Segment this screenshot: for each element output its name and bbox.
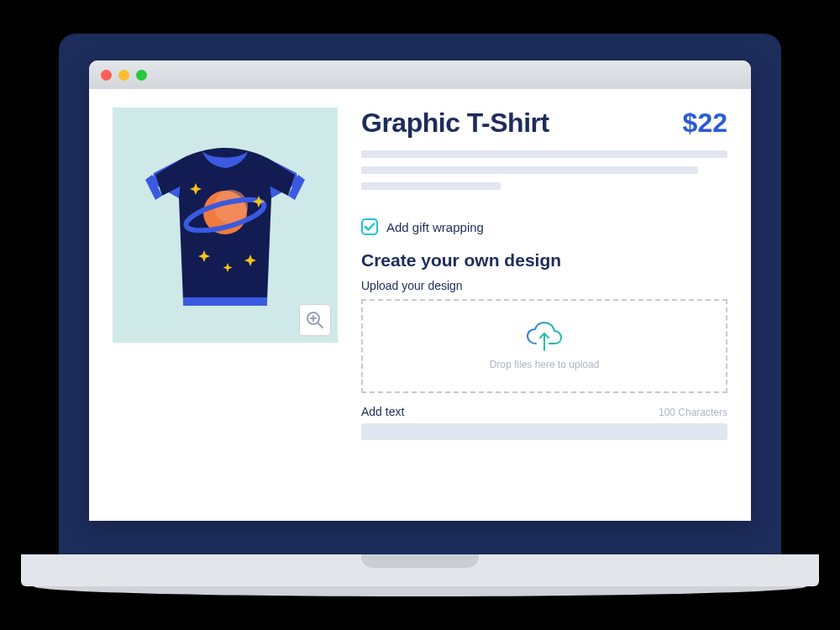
zoom-button[interactable] (299, 304, 331, 336)
svg-line-5 (318, 323, 323, 328)
custom-text-input[interactable] (361, 423, 727, 440)
window-titlebar (89, 60, 751, 89)
desc-line (361, 150, 727, 158)
char-limit-hint: 100 Characters (659, 407, 727, 418)
product-details: Graphic T-Shirt $22 (361, 108, 727, 502)
drop-hint: Drop files here to upload (490, 359, 600, 370)
title-row: Graphic T-Shirt $22 (361, 108, 727, 139)
product-image-panel (113, 108, 338, 343)
maximize-icon[interactable] (136, 70, 147, 81)
product-price: $22 (683, 108, 727, 139)
cloud-upload-icon (524, 322, 564, 354)
description-placeholder (361, 150, 727, 198)
add-text-label: Add text (361, 405, 404, 418)
desc-line (361, 166, 698, 174)
laptop-frame: Graphic T-Shirt $22 (59, 34, 781, 605)
gift-wrap-label: Add gift wrapping (386, 220, 484, 234)
upload-label: Upload your design (361, 279, 727, 292)
custom-design-heading: Create your own design (361, 250, 727, 270)
close-icon[interactable] (101, 70, 112, 81)
laptop-screen: Graphic T-Shirt $22 (59, 34, 781, 554)
check-icon (364, 221, 375, 233)
browser-window: Graphic T-Shirt $22 (89, 60, 751, 521)
laptop-base (59, 554, 781, 605)
gift-wrap-checkbox[interactable] (361, 218, 378, 235)
upload-dropzone[interactable]: Drop files here to upload (361, 299, 727, 393)
svg-rect-0 (183, 297, 267, 306)
gift-wrap-option[interactable]: Add gift wrapping (361, 218, 727, 235)
minimize-icon[interactable] (118, 70, 129, 81)
product-page: Graphic T-Shirt $22 (89, 89, 751, 521)
add-text-row: Add text 100 Characters (361, 405, 727, 418)
desc-line (361, 182, 501, 190)
magnify-plus-icon (305, 310, 325, 330)
product-title: Graphic T-Shirt (361, 108, 549, 139)
